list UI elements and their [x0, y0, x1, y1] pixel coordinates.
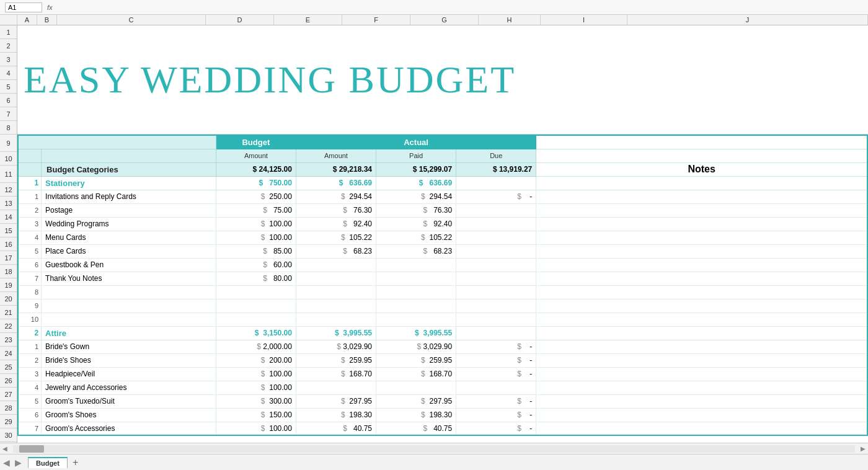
attire-notes[interactable] [536, 326, 867, 340]
menu-cards-row: 4 Menu Cards $ 100.00 $ 105.22 $ 105.22 [18, 231, 867, 244]
col-header-g[interactable]: G [410, 15, 479, 25]
fx-label: fx [47, 4, 53, 11]
add-sheet-button[interactable]: + [69, 457, 81, 468]
place-cards-row: 5 Place Cards $ 85.00 $ 68.23 $ 68.23 [18, 244, 867, 258]
row-num-21[interactable]: 21 [0, 306, 17, 319]
row-numbers: 1 2 3 4 5 6 7 8 9 10 11 12 13 14 15 16 1… [0, 25, 17, 443]
amount-header: Amount [216, 149, 296, 162]
attire-actual: $ 3,995.55 [296, 326, 376, 340]
total-paid: $ 15,299.07 [376, 162, 456, 176]
col-header-h[interactable]: H [479, 15, 541, 25]
budget-tab[interactable]: Budget [28, 457, 68, 468]
row-num-1[interactable]: 1 [0, 25, 17, 39]
actual-amount-header: Amount [296, 149, 376, 162]
guestbook-row: 6 Guestbook & Pen $ 60.00 [18, 258, 867, 272]
row-num-16[interactable]: 16 [0, 237, 17, 251]
page-title: EASY WEDDING BUDGET [24, 58, 516, 102]
sheet-tabs-bar: ◀ ▶ Budget + [0, 454, 868, 470]
formula-bar: fx [0, 0, 868, 15]
row-num-6[interactable]: 6 [0, 94, 17, 107]
row-num-18[interactable]: 18 [0, 265, 17, 278]
brides-gown-row: 1 Bride's Gown $ 2,000.00 $ 3,029.90 $ 3… [18, 340, 867, 353]
total-budget: $ 24,125.00 [216, 162, 296, 176]
row-num-2[interactable]: 2 [0, 39, 17, 53]
sheet-nav-left[interactable]: ◀ [3, 458, 10, 468]
col-header-d[interactable]: D [206, 15, 274, 25]
stationery-actual: $ 636.69 [296, 176, 376, 190]
col-header-e[interactable]: E [274, 15, 342, 25]
budget-header: Budget [216, 135, 296, 149]
row-num-29[interactable]: 29 [0, 415, 17, 428]
horizontal-scrollbar[interactable]: ◀ ▶ [0, 443, 868, 454]
stationery-due [456, 176, 536, 190]
sheet-nav-right[interactable]: ▶ [15, 458, 22, 468]
title-section: EASY WEDDING BUDGET [17, 25, 868, 135]
budget-categories-label: Budget Categories [42, 162, 216, 176]
row-num-22[interactable]: 22 [0, 319, 17, 333]
row-num-28[interactable]: 28 [0, 401, 17, 415]
row-num-19[interactable]: 19 [0, 278, 17, 292]
row-num-26[interactable]: 26 [0, 374, 17, 388]
col-header-c[interactable]: C [57, 15, 206, 25]
row-num-4[interactable]: 4 [0, 66, 17, 80]
row-num-27[interactable]: 27 [0, 388, 17, 401]
attire-due [456, 326, 536, 340]
stationery-category-row: 1 Stationery $ 750.00 $ 636.69 $ 636.69 [18, 176, 867, 190]
col-header-f[interactable]: F [342, 15, 410, 25]
header-row-sub: Amount Amount Paid Due [18, 149, 867, 162]
stationery-paid: $ 636.69 [376, 176, 456, 190]
groom-accessories-row: 7 Groom's Accessories $ 100.00 $ 40.75 $… [18, 422, 867, 435]
stationery-notes[interactable] [536, 176, 867, 190]
row-num-5[interactable]: 5 [0, 80, 17, 94]
scroll-right-arrow[interactable]: ▶ [858, 445, 868, 452]
row-num-12[interactable]: 12 [0, 183, 17, 197]
notes-sub-empty [536, 149, 867, 162]
row-num-11[interactable]: 11 [0, 166, 17, 183]
wedding-programs-row: 3 Wedding Programs $ 100.00 $ 92.40 $ 92… [18, 217, 867, 231]
col-header-j[interactable]: J [627, 15, 868, 25]
empty-row-9: 9 [18, 299, 867, 313]
brides-shoes-row: 2 Bride's Shoes $ 200.00 $ 259.95 $ 259.… [18, 353, 867, 367]
groom-shoes-row: 6 Groom's Shoes $ 150.00 $ 198.30 $ 198.… [18, 408, 867, 422]
row-num-30[interactable]: 30 [0, 428, 17, 442]
row-num-15[interactable]: 15 [0, 224, 17, 237]
row-num-24[interactable]: 24 [0, 347, 17, 360]
col-header-b[interactable]: B [37, 15, 57, 25]
invitations-row: 1 Invitations and Reply Cards $ 250.00 $… [18, 190, 867, 203]
scroll-track[interactable] [13, 445, 855, 453]
groom-tuxedo-row: 5 Groom's Tuxedo/Suit $ 300.00 $ 297.95 … [18, 394, 867, 408]
paid-header: Paid [376, 149, 456, 162]
empty-row-10: 10 [18, 313, 867, 326]
col-header-a[interactable]: A [17, 15, 37, 25]
budget-table-container: Budget Actual Amount Amount Paid Due [17, 135, 868, 436]
row-num-25[interactable]: 25 [0, 360, 17, 374]
notes-column-header: Notes [536, 162, 867, 176]
row-num-7[interactable]: 7 [0, 107, 17, 121]
spreadsheet: fx A B C D E F G H I J 1 2 3 4 5 6 7 8 9… [0, 0, 868, 470]
jewelry-row: 4 Jewelry and Accessories $ 100.00 [18, 381, 867, 394]
row-num-20[interactable]: 20 [0, 292, 17, 306]
row-num-23[interactable]: 23 [0, 333, 17, 347]
row-num-8[interactable]: 8 [0, 121, 17, 135]
scroll-left-arrow[interactable]: ◀ [0, 445, 10, 452]
row-num-14[interactable]: 14 [0, 210, 17, 224]
corner-cell [0, 15, 17, 25]
row-num-3[interactable]: 3 [0, 53, 17, 66]
stationery-budget: $ 750.00 [216, 176, 296, 190]
stationery-cat-name: Stationery [42, 176, 216, 190]
row-num-17[interactable]: 17 [0, 251, 17, 265]
row-num-10[interactable]: 10 [0, 152, 17, 166]
col-header-i[interactable]: I [541, 15, 627, 25]
attire-category-row: 2 Attire $ 3,150.00 $ 3,995.55 $ 3,995.5… [18, 326, 867, 340]
total-due: $ 13,919.27 [456, 162, 536, 176]
thankyou-row: 7 Thank You Notes $ 80.00 [18, 272, 867, 285]
row-num-13[interactable]: 13 [0, 197, 17, 210]
totals-row: Budget Categories $ 24,125.00 $ 29,218.3… [18, 162, 867, 176]
name-box[interactable] [5, 2, 42, 12]
headpiece-row: 3 Headpiece/Veil $ 100.00 $ 168.70 $ 168… [18, 367, 867, 381]
postage-row: 2 Postage $ 75.00 $ 76.30 $ 76.30 [18, 203, 867, 217]
row-num-9[interactable]: 9 [0, 135, 17, 152]
attire-budget: $ 3,150.00 [216, 326, 296, 340]
due-header: Due [456, 149, 536, 162]
scroll-thumb[interactable] [19, 445, 44, 453]
